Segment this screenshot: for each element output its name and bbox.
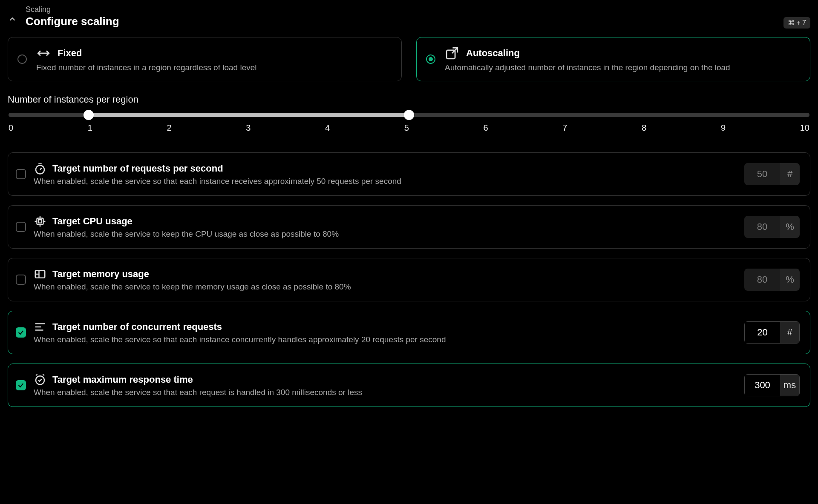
metric-card-cpu[interactable]: Target CPU usage When enabled, scale the…: [8, 205, 810, 249]
tick: 10: [800, 123, 809, 133]
metric-card-latency[interactable]: Target maximum response time When enable…: [8, 364, 810, 407]
keyboard-shortcut-badge: ⌘ + 7: [783, 17, 810, 29]
tick: 2: [167, 123, 172, 133]
mode-autoscaling-label: Autoscaling: [466, 48, 520, 59]
breadcrumb: Scaling: [26, 5, 783, 14]
stopwatch-icon: [34, 162, 46, 175]
radio-fixed[interactable]: [17, 54, 27, 64]
checkbox-concurrent[interactable]: [16, 327, 26, 338]
tick: 6: [484, 123, 488, 133]
scale-icon: [445, 46, 459, 60]
tick: 7: [562, 123, 567, 133]
value-input[interactable]: 80: [744, 269, 780, 291]
metric-rps-value[interactable]: 50 #: [744, 163, 800, 185]
slider-handle-low[interactable]: [84, 110, 94, 120]
metric-cpu-label: Target CPU usage: [52, 216, 132, 227]
value-unit: %: [780, 216, 800, 238]
mode-autoscaling-desc: Automatically adjusted number of instanc…: [445, 63, 801, 72]
metric-latency-value[interactable]: 300 ms: [744, 374, 800, 396]
radio-autoscaling[interactable]: [426, 54, 435, 64]
value-unit: ms: [780, 374, 800, 396]
metric-concurrent-desc: When enabled, scale the service so that …: [34, 335, 737, 344]
svg-line-19: [36, 375, 37, 376]
value-unit: #: [780, 321, 800, 344]
tick: 0: [9, 123, 13, 133]
slider-handle-high[interactable]: [404, 110, 414, 120]
metric-rps-label: Target number of requests per second: [52, 163, 223, 174]
value-input[interactable]: 20: [744, 321, 780, 344]
instances-range-slider[interactable]: 0 1 2 3 4 5 6 7 8 9 10: [8, 113, 810, 133]
collapse-chevron-icon[interactable]: [8, 14, 17, 24]
tick: 1: [88, 123, 92, 133]
alarm-check-icon: [34, 373, 46, 386]
value-input[interactable]: 300: [744, 374, 780, 396]
checkbox-cpu[interactable]: [16, 222, 26, 232]
tick: 9: [721, 123, 726, 133]
metric-rps-desc: When enabled, scale the service so that …: [34, 177, 737, 186]
bars-icon: [34, 321, 46, 333]
value-input[interactable]: 80: [744, 216, 780, 238]
checkbox-rps[interactable]: [16, 169, 26, 179]
metric-concurrent-value[interactable]: 20 #: [744, 321, 800, 344]
metric-cpu-desc: When enabled, scale the service to keep …: [34, 229, 737, 239]
svg-rect-7: [38, 220, 42, 223]
metric-latency-label: Target maximum response time: [52, 374, 193, 385]
metric-card-rps[interactable]: Target number of requests per second Whe…: [8, 152, 810, 196]
fixed-width-icon: [36, 46, 51, 60]
value-input[interactable]: 50: [744, 163, 780, 185]
tick: 4: [325, 123, 330, 133]
mode-option-autoscaling[interactable]: Autoscaling Automatically adjusted numbe…: [416, 37, 810, 81]
page-title: Configure scaling: [26, 15, 783, 28]
value-unit: #: [780, 163, 800, 185]
memory-icon: [34, 268, 46, 281]
tick: 5: [404, 123, 409, 133]
metric-latency-desc: When enabled, scale the service so that …: [34, 388, 737, 397]
metric-card-memory[interactable]: Target memory usage When enabled, scale …: [8, 258, 810, 301]
metric-memory-value[interactable]: 80 %: [744, 269, 800, 291]
svg-rect-6: [37, 218, 43, 225]
svg-line-4: [40, 168, 42, 170]
metric-cpu-value[interactable]: 80 %: [744, 216, 800, 238]
checkbox-memory[interactable]: [16, 275, 26, 285]
value-unit: %: [780, 269, 800, 291]
svg-line-20: [43, 375, 44, 376]
mode-fixed-label: Fixed: [58, 48, 82, 59]
checkbox-latency[interactable]: [16, 380, 26, 390]
metric-card-concurrent[interactable]: Target number of concurrent requests Whe…: [8, 311, 810, 354]
metric-memory-desc: When enabled, scale the service to keep …: [34, 282, 737, 292]
metric-memory-label: Target memory usage: [52, 269, 149, 280]
mode-fixed-desc: Fixed number of instances in a region re…: [36, 63, 392, 72]
instances-label: Number of instances per region: [8, 94, 810, 105]
metric-concurrent-label: Target number of concurrent requests: [52, 321, 222, 332]
tick: 3: [246, 123, 251, 133]
tick: 8: [642, 123, 646, 133]
cpu-icon: [34, 215, 46, 228]
mode-option-fixed[interactable]: Fixed Fixed number of instances in a reg…: [8, 37, 402, 81]
